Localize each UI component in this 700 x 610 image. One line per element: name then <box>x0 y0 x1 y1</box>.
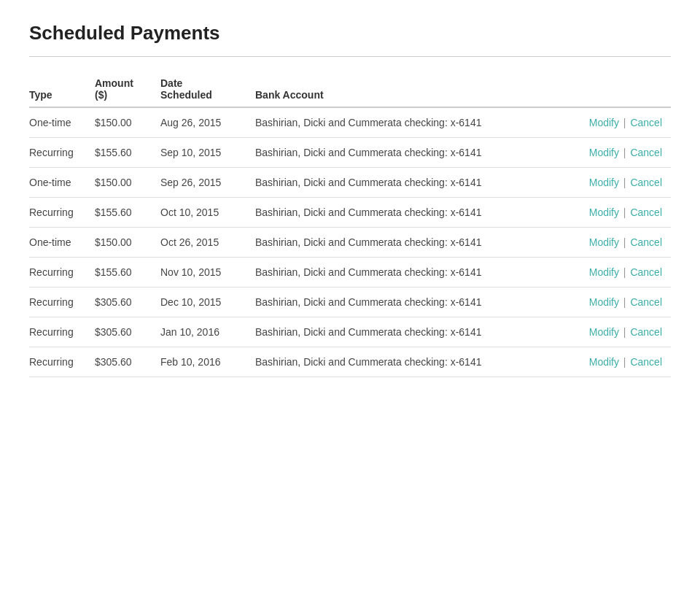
cell-amount: $305.60 <box>95 347 160 377</box>
cell-date: Feb 10, 2016 <box>160 347 255 377</box>
cell-date: Dec 10, 2015 <box>160 287 255 317</box>
table-header-row: Type Amount($) DateScheduled Bank Accoun… <box>29 72 671 107</box>
cell-date: Sep 26, 2015 <box>160 168 255 198</box>
scheduled-payments-table: Type Amount($) DateScheduled Bank Accoun… <box>29 72 671 377</box>
cell-type: Recurring <box>29 258 95 287</box>
cell-actions: Modify | Cancel <box>589 347 671 377</box>
modify-link[interactable]: Modify <box>589 236 619 248</box>
cell-amount: $155.60 <box>95 258 160 287</box>
cell-actions: Modify | Cancel <box>589 228 671 258</box>
action-separator: | <box>621 147 629 158</box>
modify-link[interactable]: Modify <box>589 206 619 218</box>
modify-link[interactable]: Modify <box>589 147 619 158</box>
table-row: Recurring$155.60Sep 10, 2015Bashirian, D… <box>29 138 671 168</box>
cell-amount: $150.00 <box>95 168 160 198</box>
modify-link[interactable]: Modify <box>589 177 619 188</box>
cancel-link[interactable]: Cancel <box>630 326 662 338</box>
cell-amount: $155.60 <box>95 138 160 168</box>
header-divider <box>29 56 671 57</box>
action-separator: | <box>621 236 629 248</box>
cell-actions: Modify | Cancel <box>589 258 671 287</box>
table-row: Recurring$155.60Oct 10, 2015Bashirian, D… <box>29 198 671 228</box>
action-separator: | <box>621 296 629 308</box>
cell-actions: Modify | Cancel <box>589 107 671 138</box>
cell-amount: $150.00 <box>95 107 160 138</box>
cell-account: Bashirian, Dicki and Cummerata checking:… <box>255 347 589 377</box>
cell-account: Bashirian, Dicki and Cummerata checking:… <box>255 228 589 258</box>
cell-amount: $150.00 <box>95 228 160 258</box>
cancel-link[interactable]: Cancel <box>630 296 662 308</box>
cancel-link[interactable]: Cancel <box>630 266 662 278</box>
cancel-link[interactable]: Cancel <box>630 356 662 368</box>
table-row: Recurring$305.60Jan 10, 2016Bashirian, D… <box>29 317 671 347</box>
table-row: One-time$150.00Sep 26, 2015Bashirian, Di… <box>29 168 671 198</box>
cell-account: Bashirian, Dicki and Cummerata checking:… <box>255 138 589 168</box>
modify-link[interactable]: Modify <box>589 326 619 338</box>
cell-account: Bashirian, Dicki and Cummerata checking:… <box>255 287 589 317</box>
action-separator: | <box>621 117 629 128</box>
cell-account: Bashirian, Dicki and Cummerata checking:… <box>255 107 589 138</box>
cell-actions: Modify | Cancel <box>589 198 671 228</box>
modify-link[interactable]: Modify <box>589 356 619 368</box>
cell-type: Recurring <box>29 317 95 347</box>
page-title: Scheduled Payments <box>29 22 671 45</box>
modify-link[interactable]: Modify <box>589 296 619 308</box>
cell-date: Oct 10, 2015 <box>160 198 255 228</box>
cell-date: Sep 10, 2015 <box>160 138 255 168</box>
col-header-account: Bank Account <box>255 72 589 107</box>
col-header-actions <box>589 72 671 107</box>
cell-amount: $305.60 <box>95 287 160 317</box>
cell-account: Bashirian, Dicki and Cummerata checking:… <box>255 258 589 287</box>
cell-actions: Modify | Cancel <box>589 138 671 168</box>
table-row: One-time$150.00Aug 26, 2015Bashirian, Di… <box>29 107 671 138</box>
cell-amount: $305.60 <box>95 317 160 347</box>
cancel-link[interactable]: Cancel <box>630 177 662 188</box>
cell-date: Oct 26, 2015 <box>160 228 255 258</box>
cancel-link[interactable]: Cancel <box>630 206 662 218</box>
cancel-link[interactable]: Cancel <box>630 117 662 128</box>
modify-link[interactable]: Modify <box>589 117 619 128</box>
cell-actions: Modify | Cancel <box>589 317 671 347</box>
cell-date: Jan 10, 2016 <box>160 317 255 347</box>
action-separator: | <box>621 206 629 218</box>
cell-date: Nov 10, 2015 <box>160 258 255 287</box>
action-separator: | <box>621 326 629 338</box>
table-row: Recurring$305.60Dec 10, 2015Bashirian, D… <box>29 287 671 317</box>
action-separator: | <box>621 266 629 278</box>
cancel-link[interactable]: Cancel <box>630 236 662 248</box>
cell-account: Bashirian, Dicki and Cummerata checking:… <box>255 317 589 347</box>
cell-actions: Modify | Cancel <box>589 287 671 317</box>
cell-amount: $155.60 <box>95 198 160 228</box>
cancel-link[interactable]: Cancel <box>630 147 662 158</box>
col-header-amount: Amount($) <box>95 72 160 107</box>
table-row: Recurring$305.60Feb 10, 2016Bashirian, D… <box>29 347 671 377</box>
table-row: One-time$150.00Oct 26, 2015Bashirian, Di… <box>29 228 671 258</box>
cell-type: One-time <box>29 168 95 198</box>
cell-type: One-time <box>29 228 95 258</box>
table-row: Recurring$155.60Nov 10, 2015Bashirian, D… <box>29 258 671 287</box>
cell-date: Aug 26, 2015 <box>160 107 255 138</box>
cell-type: Recurring <box>29 198 95 228</box>
modify-link[interactable]: Modify <box>589 266 619 278</box>
col-header-date: DateScheduled <box>160 72 255 107</box>
cell-type: Recurring <box>29 138 95 168</box>
col-header-type: Type <box>29 72 95 107</box>
cell-actions: Modify | Cancel <box>589 168 671 198</box>
cell-type: Recurring <box>29 287 95 317</box>
cell-account: Bashirian, Dicki and Cummerata checking:… <box>255 168 589 198</box>
action-separator: | <box>621 177 629 188</box>
action-separator: | <box>621 356 629 368</box>
cell-type: One-time <box>29 107 95 138</box>
cell-account: Bashirian, Dicki and Cummerata checking:… <box>255 198 589 228</box>
cell-type: Recurring <box>29 347 95 377</box>
